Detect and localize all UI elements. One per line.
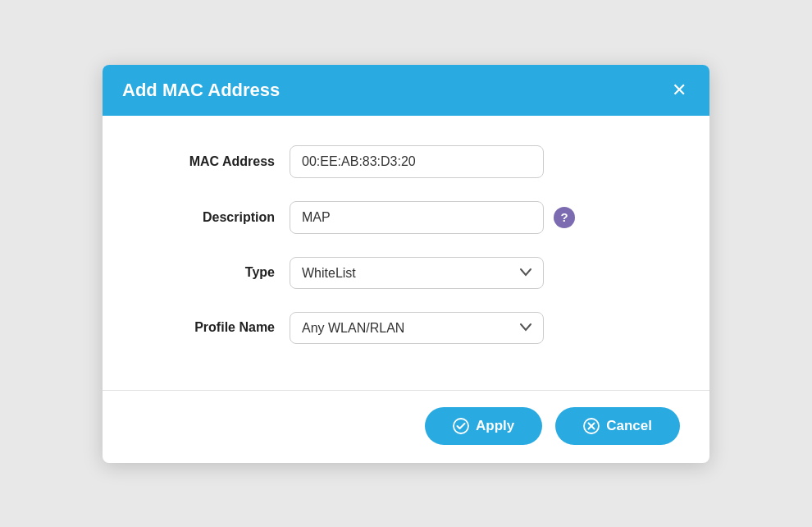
close-button[interactable]: ✕ bbox=[668, 81, 690, 99]
mac-address-label: MAC Address bbox=[142, 154, 290, 169]
profile-name-label: Profile Name bbox=[142, 320, 290, 335]
cancel-x-icon bbox=[583, 418, 600, 434]
description-row: Description ? bbox=[142, 201, 670, 234]
mac-address-row: MAC Address bbox=[142, 145, 670, 178]
dialog-title: Add MAC Address bbox=[122, 80, 280, 101]
svg-point-0 bbox=[454, 419, 468, 433]
profile-name-select[interactable]: Any WLAN/RLAN bbox=[290, 312, 544, 344]
description-label: Description bbox=[142, 210, 290, 225]
type-label: Type bbox=[142, 265, 290, 280]
dialog-footer: Apply Cancel bbox=[103, 390, 709, 463]
mac-address-input[interactable] bbox=[290, 145, 544, 178]
profile-name-row: Profile Name Any WLAN/RLAN bbox=[142, 312, 670, 344]
cancel-button[interactable]: Cancel bbox=[555, 407, 680, 445]
dialog-body: MAC Address Description ? Type WhiteList… bbox=[103, 116, 709, 390]
dialog-header: Add MAC Address ✕ bbox=[103, 65, 709, 116]
apply-check-icon bbox=[453, 418, 469, 434]
add-mac-address-dialog: Add MAC Address ✕ MAC Address Descriptio… bbox=[103, 65, 709, 463]
type-row: Type WhiteList BlackList bbox=[142, 257, 670, 289]
type-select[interactable]: WhiteList BlackList bbox=[290, 257, 544, 289]
description-input[interactable] bbox=[290, 201, 544, 234]
apply-button[interactable]: Apply bbox=[425, 407, 542, 445]
help-icon[interactable]: ? bbox=[554, 207, 575, 228]
